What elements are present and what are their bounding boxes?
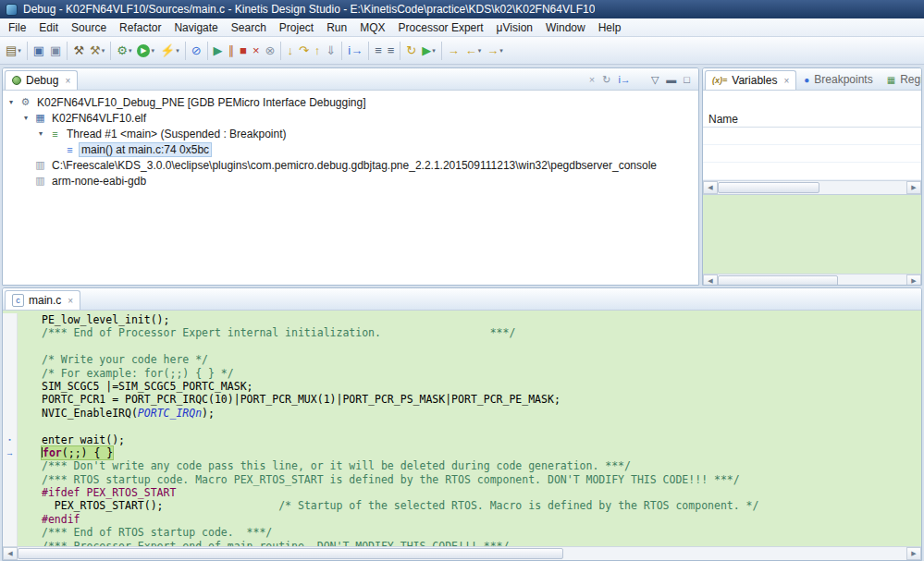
tab-variables[interactable]: (x)=Variables×: [705, 70, 796, 91]
debug-tree-row[interactable]: ▥C:\Freescale\KDS_3.0.0\eclipse\plugins\…: [3, 157, 698, 173]
code-line[interactable]: /*** Don't write any code pass this line…: [3, 459, 921, 472]
ruler-cell[interactable]: [3, 407, 18, 420]
resume-icon[interactable]: ▶: [211, 40, 226, 62]
code-line[interactable]: NVIC_EnableIRQ(PORTC_IRQn);: [3, 407, 921, 420]
menu-refactor[interactable]: Refactor: [113, 19, 167, 36]
view-menu-icon[interactable]: ▽: [648, 72, 661, 89]
drop-to-frame-icon[interactable]: ⇓: [323, 40, 339, 62]
variables-hscrollbar[interactable]: ◀ ▶: [703, 180, 921, 194]
save-icon[interactable]: ▣: [31, 40, 47, 62]
scroll-right-icon[interactable]: ▶: [906, 181, 921, 194]
scroll-track[interactable]: [718, 181, 906, 194]
close-icon[interactable]: ×: [68, 296, 73, 306]
debug-tree-row[interactable]: ▾≡Thread #1 <main> (Suspended : Breakpoi…: [3, 126, 698, 141]
build-all-icon[interactable]: ⚒: [70, 40, 87, 62]
ruler-cell[interactable]: [3, 473, 18, 486]
expander-icon[interactable]: ▾: [6, 98, 16, 106]
ruler-cell[interactable]: [3, 420, 18, 433]
forward-dropdown[interactable]: →▾: [484, 40, 506, 62]
terminate-icon[interactable]: ■: [237, 40, 250, 62]
variables-detail-pane[interactable]: [703, 194, 921, 274]
table-row[interactable]: [703, 128, 921, 145]
annotation-icon[interactable]: ▪: [3, 433, 18, 446]
scroll-thumb[interactable]: [718, 275, 838, 286]
run-dropdown[interactable]: ▶▾: [134, 40, 157, 62]
build-config-dropdown[interactable]: ⚒▾: [87, 40, 107, 62]
instruction-pointer-icon[interactable]: →: [3, 446, 18, 459]
scroll-right-icon[interactable]: ▶: [906, 547, 921, 560]
expander-icon[interactable]: ▾: [21, 114, 31, 122]
remove-all-terminated-icon[interactable]: ×: [586, 72, 598, 89]
scroll-track[interactable]: [18, 547, 906, 560]
menu--vision[interactable]: μVision: [490, 19, 539, 36]
editor-hscrollbar[interactable]: ◀ ▶: [3, 546, 921, 560]
debug-tree-row[interactable]: ▥arm-none-eabi-gdb: [3, 173, 698, 189]
minimize-icon[interactable]: ▬: [663, 72, 679, 89]
code-line[interactable]: →for(;;) { }: [3, 446, 921, 459]
suspend-icon[interactable]: ∥: [226, 40, 238, 62]
menu-navigate[interactable]: Navigate: [167, 19, 224, 36]
code-line[interactable]: PEX_RTOS_START(); /* Startup of the sele…: [3, 499, 921, 512]
last-edit-location-icon[interactable]: →: [445, 40, 462, 62]
code-line[interactable]: /* Write your code here */: [3, 353, 921, 366]
ruler-cell[interactable]: [3, 353, 18, 366]
ruler-cell[interactable]: [3, 526, 18, 539]
debug-tree-row[interactable]: ≡main() at main.c:74 0x5bc: [3, 141, 698, 157]
code-line[interactable]: PE_low_level_init();: [3, 313, 921, 326]
ruler-cell[interactable]: [3, 380, 18, 393]
ruler-cell[interactable]: [3, 313, 18, 326]
code-line[interactable]: /* For example: for(;;) { } */: [3, 367, 921, 380]
external-tools-dropdown[interactable]: ▶▾: [419, 40, 438, 62]
scroll-left-icon[interactable]: ◀: [703, 181, 718, 194]
code-line[interactable]: /*** End of RTOS startup code. ***/: [3, 526, 921, 539]
code-line[interactable]: /*** End of Processor Expert internal in…: [3, 326, 921, 339]
variables-column-header[interactable]: Name: [703, 111, 921, 128]
ruler-cell[interactable]: [3, 540, 18, 546]
ruler-cell[interactable]: [3, 393, 18, 406]
debug-tree-row[interactable]: ▾⚙K02FN64VLF10_Debug_PNE [GDB PEMicro In…: [3, 94, 698, 110]
scroll-thumb[interactable]: [718, 182, 819, 193]
menu-edit[interactable]: Edit: [32, 19, 65, 36]
maximize-icon[interactable]: □: [681, 72, 693, 89]
step-into-icon[interactable]: ↓: [284, 40, 296, 62]
code-line[interactable]: [3, 420, 921, 433]
scroll-left-icon[interactable]: ◀: [703, 274, 718, 286]
expander-icon[interactable]: ▾: [36, 129, 45, 138]
skip-all-breakpoints-icon[interactable]: ⊘: [189, 40, 204, 62]
menu-project[interactable]: Project: [273, 19, 320, 36]
back-dropdown[interactable]: ←▾: [462, 40, 485, 62]
menu-window[interactable]: Window: [539, 19, 592, 36]
refresh-icon[interactable]: ↻: [403, 40, 419, 62]
ruler-cell[interactable]: [3, 367, 18, 380]
code-line[interactable]: #endif: [3, 513, 921, 526]
close-icon[interactable]: ×: [65, 76, 70, 86]
ruler-cell[interactable]: [3, 499, 18, 512]
debug-dropdown[interactable]: ⚙▾: [114, 40, 134, 62]
code-line[interactable]: /*** RTOS startup code. Macro PEX_RTOS_S…: [3, 473, 921, 486]
ruler-cell[interactable]: [3, 326, 18, 339]
menu-run[interactable]: Run: [320, 19, 353, 36]
memory-list-icon[interactable]: ≡: [385, 40, 398, 62]
code-line[interactable]: ▪enter_wait();: [3, 433, 921, 446]
step-return-icon[interactable]: ↑: [312, 40, 324, 62]
ruler-cell[interactable]: [3, 486, 18, 499]
menu-file[interactable]: File: [2, 19, 32, 36]
table-row[interactable]: [703, 163, 921, 180]
scroll-thumb[interactable]: [18, 548, 563, 559]
new-wizard-dropdown[interactable]: ▤▾: [3, 40, 24, 62]
ruler-cell[interactable]: [3, 459, 18, 472]
code-line[interactable]: /*** Processor Expert end of main routin…: [3, 540, 921, 546]
instruction-pointer-icon[interactable]: i→: [615, 72, 633, 89]
step-over-icon[interactable]: ↷: [296, 40, 312, 62]
menu-search[interactable]: Search: [225, 19, 273, 36]
menu-help[interactable]: Help: [592, 19, 628, 36]
terminate-all-icon[interactable]: ×: [250, 40, 263, 62]
tab-debug[interactable]: Debug ×: [5, 70, 78, 91]
scroll-right-icon[interactable]: ▶: [906, 274, 921, 286]
code-line[interactable]: #ifdef PEX_RTOS_START: [3, 486, 921, 499]
save-all-icon[interactable]: ▣: [47, 40, 64, 62]
detail-hscrollbar[interactable]: ◀ ▶: [703, 274, 921, 286]
variables-table[interactable]: [703, 128, 921, 180]
scroll-left-icon[interactable]: ◀: [3, 547, 18, 560]
restart-icon[interactable]: ↻: [599, 72, 613, 89]
